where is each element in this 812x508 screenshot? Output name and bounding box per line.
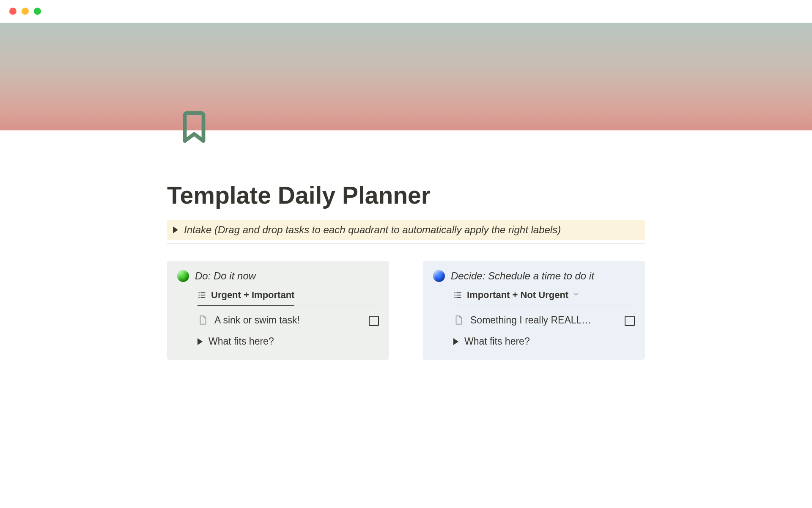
what-fits-toggle-do[interactable]: What fits here? [198,336,379,347]
svg-rect-3 [200,295,205,295]
view-tab-decide[interactable]: Important + Not Urgent [453,290,579,306]
quadrant-decide-header: Decide: Schedule a time to do it [433,270,635,282]
svg-rect-7 [456,293,461,293]
toggle-triangle-icon[interactable] [453,338,458,345]
task-checkbox-do[interactable] [369,316,379,326]
toggle-triangle-icon[interactable] [198,338,203,345]
view-tab-do-label: Urgent + Important [211,290,294,301]
window-zoom-button[interactable] [34,8,41,15]
green-circle-icon [177,270,189,282]
intake-callout[interactable]: Intake (Drag and drop tasks to each quad… [167,220,645,240]
quadrant-decide-title: Decide: Schedule a time to do it [451,270,594,282]
svg-rect-11 [456,297,461,298]
svg-point-6 [454,292,455,293]
svg-point-8 [454,295,455,296]
intake-callout-text: Intake (Drag and drop tasks to each quad… [184,224,561,236]
svg-point-2 [198,295,200,296]
window-titlebar [0,0,812,23]
page-icon[interactable] [176,108,213,147]
svg-point-4 [198,297,200,298]
svg-rect-5 [200,297,205,298]
toggle-triangle-icon[interactable] [173,226,178,233]
quadrant-do-header: Do: Do it now [177,270,379,282]
blue-circle-icon [433,270,445,282]
chevron-down-icon[interactable] [573,291,579,299]
quadrant-do-title: Do: Do it now [195,270,256,282]
view-divider [453,306,635,306]
divider [167,243,645,244]
task-row-decide[interactable]: Something I really REALL… [453,315,635,327]
view-tab-decide-label: Important + Not Urgent [467,290,568,301]
quadrants-row: Do: Do it now Urgent + Important [167,261,645,360]
list-icon [198,290,207,300]
page-icon [453,315,464,327]
svg-rect-1 [200,293,205,293]
page-cover[interactable] [0,23,812,130]
task-row-do[interactable]: A sink or swim task! [198,315,379,327]
svg-point-0 [198,292,200,293]
what-fits-toggle-decide[interactable]: What fits here? [453,336,635,347]
quadrant-do[interactable]: Do: Do it now Urgent + Important [167,261,389,360]
what-fits-text-decide: What fits here? [464,336,530,347]
view-divider [198,306,379,306]
task-title-decide[interactable]: Something I really REALL… [470,315,591,327]
bookmark-icon [176,108,213,146]
list-icon [453,290,463,300]
svg-rect-9 [456,295,461,295]
window-close-button[interactable] [9,8,16,15]
quadrant-decide[interactable]: Decide: Schedule a time to do it Importa… [423,261,645,360]
task-checkbox-decide[interactable] [625,316,635,326]
what-fits-text-do: What fits here? [208,336,274,347]
view-tab-do[interactable]: Urgent + Important [198,290,294,306]
svg-point-10 [454,297,455,298]
task-title-do[interactable]: A sink or swim task! [214,315,300,327]
window-minimize-button[interactable] [22,8,29,15]
page-title[interactable]: Template Daily Planner [167,130,645,209]
page-icon [198,315,208,327]
